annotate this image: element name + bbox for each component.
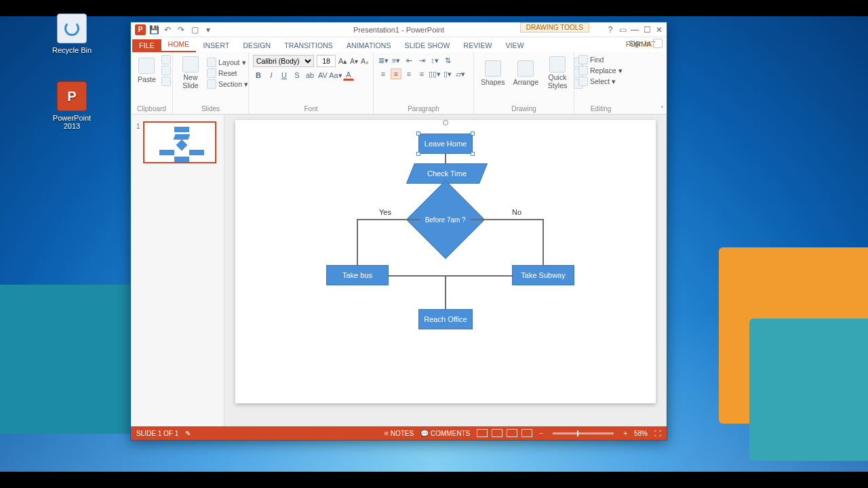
align-text-button[interactable]: ▯▾ [442, 68, 453, 79]
desktop-icon-recycle-bin[interactable]: Recycle Bin [45, 14, 99, 54]
group-drawing: Shapes Arrange Quick Styles Drawing [474, 52, 574, 114]
align-left-button[interactable]: ≡ [378, 68, 389, 79]
selection-handle[interactable] [416, 152, 420, 156]
tab-home[interactable]: HOME [161, 38, 197, 52]
layout-button[interactable]: Layout ▾ [207, 58, 248, 67]
font-name-select[interactable]: Calibri (Body) [253, 55, 314, 67]
spellcheck-icon[interactable]: ✎ [185, 430, 191, 437]
italic-button[interactable]: I [266, 70, 277, 81]
clear-formatting-icon[interactable]: Aₓ [361, 57, 369, 65]
shadow-button[interactable]: ab [304, 70, 315, 81]
sign-in-link[interactable]: Sign in [629, 39, 663, 48]
paste-button[interactable]: Paste [135, 56, 159, 85]
zoom-slider[interactable] [553, 432, 614, 434]
slide-canvas-area[interactable]: Leave Home Check Time Before 7am ? Yes N… [224, 115, 667, 426]
comments-button[interactable]: 💬 COMMENTS [420, 430, 470, 437]
bold-button[interactable]: B [253, 70, 264, 81]
status-slide-count: SLIDE 1 OF 1 [136, 430, 178, 437]
group-label: Drawing [478, 104, 570, 113]
justify-button[interactable]: ≡ [416, 68, 427, 79]
select-icon [578, 77, 588, 86]
desktop-icon-powerpoint[interactable]: PowerPoint 2013 [45, 81, 99, 130]
align-center-button[interactable]: ≡ [391, 68, 401, 79]
reset-button[interactable]: Reset [207, 68, 248, 78]
increase-indent-button[interactable]: ⇥ [416, 55, 427, 66]
selection-handle[interactable] [471, 131, 475, 136]
shapes-button[interactable]: Shapes [478, 59, 508, 87]
font-color-button[interactable]: A [343, 70, 354, 81]
zoom-in-button[interactable]: + [623, 430, 627, 437]
redo-icon[interactable]: ↷ [176, 24, 186, 35]
selection-handle[interactable] [416, 131, 420, 136]
fit-to-window-icon[interactable]: ⛶ [654, 430, 661, 437]
view-reading-icon[interactable] [507, 429, 517, 437]
flowchart-process-take-subway[interactable]: Take Subway [512, 265, 574, 285]
rotate-handle-icon[interactable] [443, 120, 448, 125]
zoom-out-button[interactable]: − [539, 430, 543, 437]
notes-button[interactable]: ≡ NOTES [384, 430, 414, 437]
bullets-button[interactable]: ≣▾ [378, 55, 389, 66]
align-right-button[interactable]: ≡ [403, 68, 414, 79]
undo-icon[interactable]: ↶ [162, 24, 173, 35]
selection-handle[interactable] [471, 152, 475, 156]
section-button[interactable]: Section ▾ [207, 79, 248, 89]
view-normal-icon[interactable] [477, 429, 488, 437]
tab-transitions[interactable]: TRANSITIONS [277, 39, 340, 52]
help-icon[interactable]: ? [604, 24, 616, 36]
decrease-indent-button[interactable]: ⇤ [403, 55, 414, 66]
collapse-ribbon-icon[interactable]: ˄ [660, 105, 664, 113]
powerpoint-icon [57, 81, 87, 111]
tab-insert[interactable]: INSERT [196, 39, 236, 52]
flowchart-process-take-bus[interactable]: Take bus [326, 265, 389, 285]
flowchart-data-check-time[interactable]: Check Time [406, 163, 488, 184]
close-icon[interactable]: ✕ [653, 24, 665, 36]
slide-thumbnail[interactable]: 1 [136, 121, 218, 163]
group-label: Slides [177, 104, 244, 113]
ribbon-display-icon[interactable]: ▭ [616, 24, 629, 36]
tab-file[interactable]: FILE [132, 39, 161, 52]
increase-font-icon[interactable]: A▴ [338, 57, 347, 66]
tab-review[interactable]: REVIEW [456, 39, 498, 52]
view-sorter-icon[interactable] [492, 429, 502, 437]
start-slideshow-icon[interactable]: ▢ [189, 24, 200, 35]
tab-animations[interactable]: ANIMATIONS [340, 39, 398, 52]
select-button[interactable]: Select ▾ [578, 77, 623, 86]
save-icon[interactable]: 💾 [149, 24, 159, 35]
cut-button[interactable] [161, 55, 171, 64]
decision-label-yes: Yes [379, 208, 391, 216]
decrease-font-icon[interactable]: A▾ [350, 58, 358, 65]
quick-styles-button[interactable]: Quick Styles [544, 55, 571, 91]
columns-button[interactable]: ▯▯▾ [429, 68, 440, 79]
slide-thumbnail-panel[interactable]: 1 [131, 115, 224, 426]
flowchart-process-reach-office[interactable]: Reach Office [418, 309, 473, 329]
format-painter-button[interactable] [161, 77, 171, 86]
numbering-button[interactable]: ≡▾ [391, 55, 401, 66]
copy-button[interactable] [161, 66, 171, 75]
line-spacing-button[interactable]: ↕▾ [429, 55, 440, 66]
contextual-tab-label: DRAWING TOOLS [520, 22, 589, 33]
maximize-icon[interactable]: ☐ [641, 24, 653, 36]
qat-customize-icon[interactable]: ▾ [203, 24, 214, 35]
replace-button[interactable]: Replace ▾ [578, 66, 623, 75]
shapes-icon [485, 60, 501, 77]
underline-button[interactable]: U [279, 70, 290, 81]
char-spacing-button[interactable]: AV [317, 70, 328, 81]
minimize-icon[interactable]: — [629, 24, 641, 36]
section-icon [207, 79, 216, 89]
app-badge-icon: P [135, 24, 146, 35]
font-size-input[interactable] [317, 55, 336, 67]
zoom-level[interactable]: 58% [634, 430, 648, 437]
smartart-button[interactable]: ▱▾ [455, 68, 466, 79]
app-window: P 💾 ↶ ↷ ▢ ▾ Presentation1 - PowerPoint D… [130, 22, 667, 441]
text-direction-button[interactable]: ⇅ [442, 55, 453, 66]
arrange-button[interactable]: Arrange [511, 59, 541, 87]
strikethrough-button[interactable]: S [292, 70, 302, 81]
tab-design[interactable]: DESIGN [236, 39, 277, 52]
flowchart-process-leave-home[interactable]: Leave Home [418, 134, 473, 154]
tab-slideshow[interactable]: SLIDE SHOW [398, 39, 457, 52]
new-slide-button[interactable]: New Slide [177, 55, 204, 91]
find-button[interactable]: Find [578, 55, 623, 64]
view-slideshow-icon[interactable] [521, 429, 532, 437]
tab-view[interactable]: VIEW [499, 39, 531, 52]
change-case-button[interactable]: Aa▾ [330, 70, 341, 81]
